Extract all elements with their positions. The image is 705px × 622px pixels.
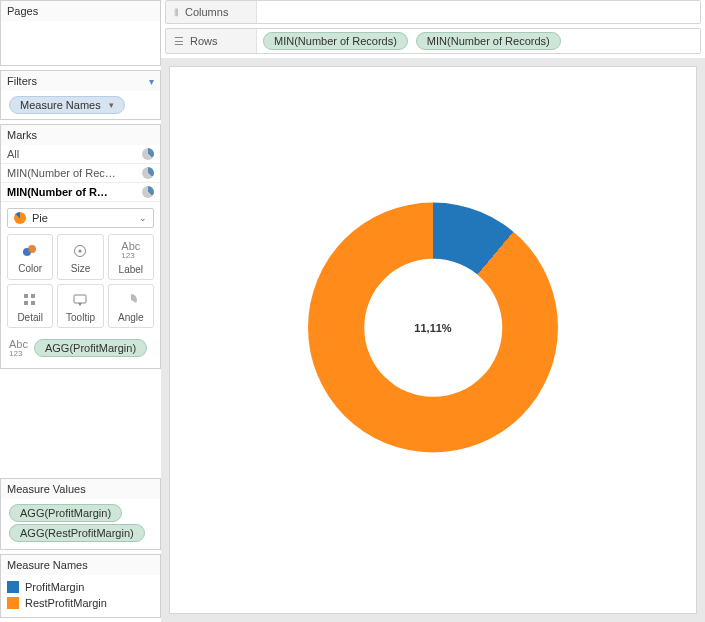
marks-row-all[interactable]: All xyxy=(1,145,160,164)
measure-values-panel: Measure Values AGG(ProfitMargin) AGG(Res… xyxy=(0,478,161,550)
filters-title: Filters xyxy=(7,75,37,87)
row-pill[interactable]: MIN(Number of Records) xyxy=(263,32,408,50)
mark-pill-profitmargin[interactable]: AGG(ProfitMargin) xyxy=(34,339,147,357)
legend-item-profitmargin[interactable]: ProfitMargin xyxy=(7,579,154,595)
marks-panel: Marks All MIN(Number of Rec… MIN(Number … xyxy=(0,124,161,369)
cell-label: Tooltip xyxy=(66,312,95,323)
pages-body[interactable] xyxy=(1,21,160,65)
chevron-down-icon[interactable]: ▾ xyxy=(149,76,154,87)
rows-label: Rows xyxy=(190,35,218,47)
svg-rect-5 xyxy=(31,294,35,298)
columns-label: Columns xyxy=(185,6,228,18)
angle-icon xyxy=(123,292,139,308)
pie-icon xyxy=(142,148,154,160)
angle-button[interactable]: Angle xyxy=(108,284,154,328)
marks-row-label: MIN(Number of R… xyxy=(7,186,108,198)
cell-label: Color xyxy=(18,263,42,274)
pages-panel: Pages xyxy=(0,0,161,66)
cell-label: Label xyxy=(119,264,143,275)
cell-label: Angle xyxy=(118,312,144,323)
marks-row-label: All xyxy=(7,148,19,160)
pill-label: Measure Names xyxy=(20,99,101,111)
pie-icon xyxy=(142,167,154,179)
filters-body[interactable]: Measure Names ▾ xyxy=(1,91,160,119)
marks-dropzone[interactable]: Abc123 AGG(ProfitMargin) xyxy=(7,334,154,362)
chevron-down-icon: ⌄ xyxy=(139,213,147,223)
mark-type-select[interactable]: Pie ⌄ xyxy=(7,208,154,228)
svg-point-3 xyxy=(79,249,82,252)
rows-icon: ☰ xyxy=(174,35,184,48)
marks-row-min2[interactable]: MIN(Number of R… xyxy=(1,183,160,202)
donut-chart: 11,11% xyxy=(308,203,558,453)
svg-rect-8 xyxy=(74,295,86,303)
chevron-down-icon[interactable]: ▾ xyxy=(109,100,114,110)
svg-rect-4 xyxy=(24,294,28,298)
cell-label: Size xyxy=(71,263,90,274)
size-icon xyxy=(72,243,88,259)
measure-names-header: Measure Names xyxy=(1,555,160,575)
rows-drop[interactable]: MIN(Number of Records) MIN(Number of Rec… xyxy=(256,29,700,53)
mark-type-label: Pie xyxy=(32,212,48,224)
shelves: ⦀ Columns ☰ Rows MIN(Number of Records) … xyxy=(161,0,705,58)
cell-label: Detail xyxy=(17,312,43,323)
measure-value-pill[interactable]: AGG(RestProfitMargin) xyxy=(9,524,145,542)
row-pill[interactable]: MIN(Number of Records) xyxy=(416,32,561,50)
filters-panel: Filters ▾ Measure Names ▾ xyxy=(0,70,161,120)
pages-header: Pages xyxy=(1,1,160,21)
sidebar: Pages Filters ▾ Measure Names ▾ Marks Al… xyxy=(0,0,161,622)
measure-names-panel: Measure Names ProfitMargin RestProfitMar… xyxy=(0,554,161,618)
color-icon xyxy=(22,243,38,259)
filter-pill-measure-names[interactable]: Measure Names ▾ xyxy=(9,96,125,114)
marks-row-min1[interactable]: MIN(Number of Rec… xyxy=(1,164,160,183)
marks-header: Marks xyxy=(1,125,160,145)
detail-button[interactable]: Detail xyxy=(7,284,53,328)
pie-icon xyxy=(14,212,26,224)
tooltip-icon xyxy=(72,292,88,308)
columns-shelf[interactable]: ⦀ Columns xyxy=(165,0,701,24)
color-button[interactable]: Color xyxy=(7,234,53,280)
measure-value-pill[interactable]: AGG(ProfitMargin) xyxy=(9,504,122,522)
svg-point-1 xyxy=(28,245,36,253)
size-button[interactable]: Size xyxy=(57,234,103,280)
color-swatch xyxy=(7,581,19,593)
legend-label: RestProfitMargin xyxy=(25,597,107,609)
color-swatch xyxy=(7,597,19,609)
svg-rect-6 xyxy=(24,301,28,305)
label-icon: Abc123 xyxy=(9,339,28,358)
measure-values-header: Measure Values xyxy=(1,479,160,499)
marks-row-label: MIN(Number of Rec… xyxy=(7,167,116,179)
legend-item-restprofitmargin[interactable]: RestProfitMargin xyxy=(7,595,154,611)
label-button[interactable]: Abc123 Label xyxy=(108,234,154,280)
main-area: ⦀ Columns ☰ Rows MIN(Number of Records) … xyxy=(161,0,705,622)
donut-center-label: 11,11% xyxy=(364,259,502,397)
detail-icon xyxy=(22,292,38,308)
tooltip-button[interactable]: Tooltip xyxy=(57,284,103,328)
columns-icon: ⦀ xyxy=(174,6,179,19)
svg-rect-7 xyxy=(31,301,35,305)
filters-header[interactable]: Filters ▾ xyxy=(1,71,160,91)
legend-label: ProfitMargin xyxy=(25,581,84,593)
rows-shelf[interactable]: ☰ Rows MIN(Number of Records) MIN(Number… xyxy=(165,28,701,54)
label-icon: Abc123 xyxy=(121,241,140,260)
chart-canvas[interactable]: 11,11% xyxy=(169,66,697,614)
pie-icon xyxy=(142,186,154,198)
columns-drop[interactable] xyxy=(256,1,700,23)
